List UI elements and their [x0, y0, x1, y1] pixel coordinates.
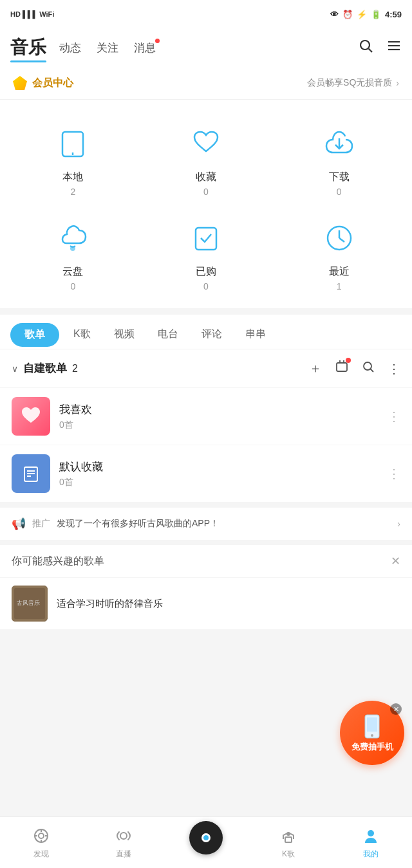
- svg-line-12: [339, 238, 344, 242]
- svg-point-16: [364, 362, 371, 370]
- tab-geshudan[interactable]: 歌单: [10, 323, 59, 347]
- recommend-text: 适合学习时听的舒律音乐: [57, 598, 163, 610]
- recommend-item[interactable]: 古风音乐 适合学习时听的舒律音乐: [0, 577, 412, 629]
- bottom-nav: 发现 直播 K歌: [0, 817, 412, 868]
- chevron-down-icon[interactable]: ∨: [12, 364, 18, 374]
- recommend-close-icon[interactable]: ✕: [391, 554, 400, 568]
- tab-kge[interactable]: K歌: [62, 321, 102, 349]
- search-icon[interactable]: [358, 38, 373, 57]
- add-playlist-icon[interactable]: ＋: [309, 360, 322, 377]
- floating-ad[interactable]: ✕ 免费抽手机: [340, 701, 404, 765]
- local-count: 2: [70, 187, 75, 197]
- nav-icons: [358, 38, 402, 57]
- nav-discover-label: 发现: [33, 849, 49, 860]
- more-playlist-icon[interactable]: ⋮: [388, 361, 400, 376]
- ad-text: 发现了一个有很多好听古风歌曲的APP！: [57, 518, 397, 530]
- playlist-info-collect: 默认收藏 0首: [59, 459, 388, 488]
- clock-icon: ⏰: [342, 10, 353, 19]
- chevron-right-icon: ›: [396, 78, 399, 88]
- nav-player[interactable]: [165, 831, 247, 854]
- bluetooth-icon: ⚡: [357, 10, 367, 19]
- quick-item-cloud[interactable]: 云盘 0: [6, 207, 140, 302]
- nav-tab-guanzhu[interactable]: 关注: [97, 41, 118, 55]
- nav-mine[interactable]: 我的: [330, 826, 412, 860]
- nav-discover[interactable]: 发现: [0, 826, 82, 860]
- nav-mine-label: 我的: [363, 849, 379, 860]
- nav-header: 音乐 动态 关注 消息: [0, 28, 412, 67]
- live-icon: [113, 826, 134, 846]
- floating-ad-text: 免费抽手机: [351, 742, 393, 753]
- playlist-more-collect[interactable]: ⋮: [388, 466, 400, 481]
- tab-radio[interactable]: 电台: [146, 321, 190, 349]
- tab-comment[interactable]: 评论: [190, 321, 234, 349]
- quick-item-download[interactable]: 下载 0: [272, 113, 406, 207]
- quick-item-recent[interactable]: 最近 1: [272, 207, 406, 302]
- collect-count: 0: [203, 187, 209, 197]
- nav-kge-label: K歌: [282, 849, 295, 860]
- quick-item-purchased[interactable]: 已购 0: [140, 207, 273, 302]
- download-label: 下载: [329, 171, 350, 184]
- member-description: 会员畅享SQ无损音质: [307, 77, 392, 89]
- player-icon: [189, 821, 223, 854]
- ad-banner[interactable]: 📢 推广 发现了一个有很多好听古风歌曲的APP！ ›: [0, 503, 412, 540]
- nav-live[interactable]: 直播: [82, 826, 165, 860]
- playlist-header-left: ∨ 自建歌单 2: [12, 361, 309, 376]
- purchased-count: 0: [203, 281, 209, 291]
- playlist-count: 2: [72, 363, 78, 374]
- import-icon[interactable]: [335, 360, 349, 377]
- recent-label: 最近: [329, 265, 350, 279]
- svg-text:古风音乐: 古风音乐: [17, 600, 40, 606]
- tabs-section: 歌单 K歌 视频 电台 评论 串串: [0, 315, 412, 349]
- svg-line-17: [371, 369, 374, 373]
- svg-line-1: [369, 49, 373, 53]
- ad-speaker-icon: 📢: [12, 517, 26, 531]
- purchased-icon: [185, 217, 227, 259]
- nav-kge[interactable]: K歌: [247, 826, 330, 860]
- collect-icon: [185, 123, 227, 164]
- playlist-thumb-collect: [12, 454, 50, 493]
- app-title: 音乐: [10, 35, 46, 60]
- playlist-item-collect[interactable]: 默认收藏 0首 ⋮: [0, 445, 412, 503]
- svg-point-36: [287, 833, 290, 835]
- recommend-thumb: 古风音乐: [12, 586, 48, 622]
- svg-point-34: [120, 833, 127, 839]
- kge-icon: [278, 826, 299, 846]
- wifi-icon: WiFi: [39, 10, 54, 18]
- tab-video[interactable]: 视频: [102, 321, 146, 349]
- playlist-more-like[interactable]: ⋮: [388, 409, 400, 424]
- ad-label: 推广: [32, 518, 50, 530]
- menu-icon[interactable]: [386, 38, 402, 57]
- playlist-songs-collect: 0首: [59, 477, 388, 488]
- playlist-header-right: ＋ ⋮: [309, 360, 400, 377]
- member-banner[interactable]: 会员中心 会员畅享SQ无损音质 ›: [0, 67, 412, 100]
- time: 4:59: [385, 10, 402, 19]
- discover-icon: [31, 826, 52, 846]
- tab-chuan[interactable]: 串串: [234, 321, 277, 349]
- svg-rect-26: [367, 717, 377, 732]
- signal-icon: ▌▌▌: [23, 10, 37, 18]
- collect-label: 收藏: [196, 171, 216, 184]
- status-bar: HD ▌▌▌ WiFi 👁 ⏰ ⚡ 🔋 4:59: [0, 0, 412, 28]
- search-playlist-icon[interactable]: [362, 360, 375, 376]
- hd-icon: HD: [10, 10, 21, 18]
- quick-item-local[interactable]: 本地 2: [6, 113, 140, 207]
- nav-tab-xiaoxi[interactable]: 消息: [134, 41, 156, 55]
- diamond-icon: [13, 76, 27, 90]
- svg-point-0: [360, 41, 370, 50]
- floating-ad-close[interactable]: ✕: [390, 703, 402, 715]
- playlist-thumb-like: [12, 397, 50, 436]
- mine-icon: [360, 826, 381, 846]
- recent-count: 1: [337, 281, 342, 291]
- svg-rect-35: [285, 837, 292, 842]
- quick-item-collect[interactable]: 收藏 0: [140, 113, 273, 207]
- playlist-name-collect: 默认收藏: [59, 459, 388, 474]
- download-count: 0: [337, 187, 342, 197]
- playlist-item-like[interactable]: 我喜欢 0首 ⋮: [0, 388, 412, 445]
- nav-tabs: 动态 关注 消息: [59, 41, 358, 55]
- purchased-label: 已购: [196, 265, 216, 279]
- local-label: 本地: [62, 171, 83, 184]
- download-icon: [319, 123, 360, 164]
- nav-tab-dongtai[interactable]: 动态: [59, 41, 81, 55]
- status-right: 👁 ⏰ ⚡ 🔋 4:59: [330, 10, 402, 19]
- quick-grid: 本地 2 收藏 0 下载 0: [0, 100, 412, 308]
